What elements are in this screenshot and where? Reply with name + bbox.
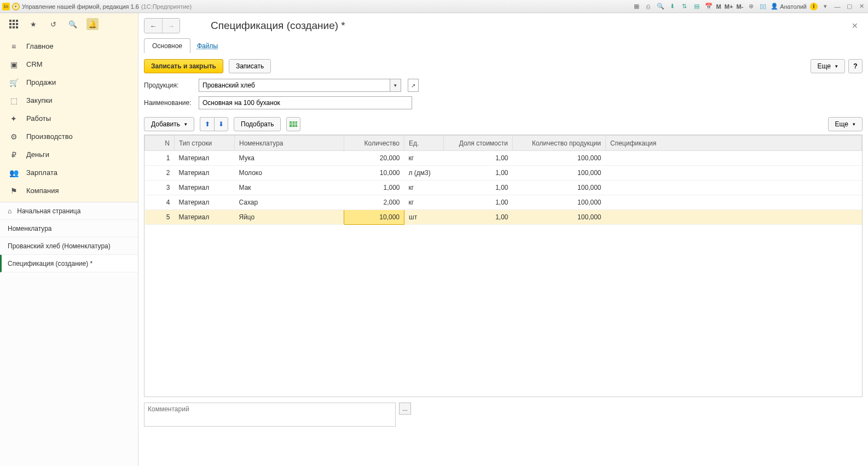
cell-type[interactable]: Материал [175, 210, 235, 225]
tab-main[interactable]: Основное [144, 38, 190, 53]
info-icon[interactable]: i [810, 3, 818, 10]
nav-forward-button[interactable]: → [162, 19, 180, 33]
bell-icon[interactable]: 🔔 [86, 18, 99, 30]
col-n[interactable]: N [145, 136, 175, 151]
cell-unit[interactable]: кг [404, 180, 444, 195]
col-nomenclature[interactable]: Номенклатура [235, 136, 344, 151]
comment-input[interactable] [144, 403, 396, 427]
col-prod-qty[interactable]: Количество продукции [513, 136, 606, 151]
sidebar-item-0[interactable]: ≡Главное [0, 37, 138, 55]
cell-pqty[interactable]: 100,000 [513, 195, 606, 210]
table-row[interactable]: 4МатериалСахар2,000кг1,00100,000 [145, 195, 862, 210]
name-input[interactable] [199, 96, 412, 109]
table-row[interactable]: 2МатериалМолоко10,000л (дм3)1,00100,000 [145, 166, 862, 180]
table-more-button[interactable]: Еще [828, 117, 863, 131]
col-spec[interactable]: Спецификация [606, 136, 862, 151]
product-open-button[interactable]: ↗ [408, 79, 419, 92]
tab-files[interactable]: Файлы [192, 39, 225, 53]
table-row[interactable]: 1МатериалМука20,000кг1,00100,000 [145, 151, 862, 166]
add-row-button[interactable]: Добавить [144, 117, 194, 131]
cell-qty[interactable]: 10,000 [344, 210, 404, 225]
open-window-0[interactable]: ⌂Начальная страница [0, 202, 138, 220]
cell-pqty[interactable]: 100,000 [513, 151, 606, 166]
sidebar-item-1[interactable]: ▣CRM [0, 55, 138, 73]
star-icon[interactable]: ★ [27, 18, 39, 30]
cell-qty[interactable]: 2,000 [344, 195, 404, 210]
history-icon[interactable]: ↺ [47, 18, 59, 30]
compare-icon[interactable]: ⇅ [680, 2, 689, 11]
cell-n[interactable]: 2 [145, 166, 175, 180]
cell-nom[interactable]: Яйцо [235, 210, 344, 225]
table-row[interactable]: 3МатериалМак1,000кг1,00100,000 [145, 180, 862, 195]
open-window-1[interactable]: Номенклатура [0, 220, 138, 237]
cell-pqty[interactable]: 100,000 [513, 210, 606, 225]
open-window-3[interactable]: Спецификация (создание) * [0, 255, 138, 272]
cell-spec[interactable] [606, 210, 862, 225]
maximize-icon[interactable]: ▢ [845, 2, 854, 11]
cell-type[interactable]: Материал [175, 195, 235, 210]
product-dropdown-button[interactable]: ▾ [390, 79, 401, 92]
cell-unit[interactable]: кг [404, 195, 444, 210]
panes-icon[interactable]: ▯▯ [759, 2, 767, 11]
help-button[interactable]: ? [848, 59, 863, 73]
cell-n[interactable]: 5 [145, 210, 175, 225]
pick-button[interactable]: Подобрать [234, 117, 281, 131]
sidebar-item-4[interactable]: ✦Работы [0, 109, 138, 127]
table-row[interactable]: 5МатериалЯйцо10,000шт1,00100,000 [145, 210, 862, 225]
cell-nom[interactable]: Молоко [235, 166, 344, 180]
table-settings-button[interactable] [286, 117, 300, 131]
cell-share[interactable]: 1,00 [444, 195, 513, 210]
nav-back-button[interactable]: ← [144, 19, 162, 33]
cell-spec[interactable] [606, 195, 862, 210]
minimize-icon[interactable]: — [833, 2, 842, 11]
link-icon[interactable]: ⬇ [668, 2, 677, 11]
cell-nom[interactable]: Мука [235, 151, 344, 166]
product-input[interactable] [199, 79, 390, 92]
sidebar-item-6[interactable]: ₽Деньги [0, 145, 138, 164]
apps-icon[interactable] [8, 18, 20, 30]
cell-share[interactable]: 1,00 [444, 180, 513, 195]
cell-n[interactable]: 1 [145, 151, 175, 166]
sidebar-item-3[interactable]: ⬚Закупки [0, 91, 138, 109]
cell-pqty[interactable]: 100,000 [513, 166, 606, 180]
cell-unit[interactable]: шт [404, 210, 444, 225]
cell-type[interactable]: Материал [175, 166, 235, 180]
cell-qty[interactable]: 1,000 [344, 180, 404, 195]
print-icon[interactable]: ⎙ [644, 2, 653, 11]
sidebar-item-7[interactable]: 👥Зарплата [0, 164, 138, 182]
cell-spec[interactable] [606, 180, 862, 195]
user-menu[interactable]: 👤 Анатолий [771, 3, 807, 10]
app-menu-dropdown[interactable]: ▾ [12, 3, 20, 10]
cell-unit[interactable]: кг [404, 151, 444, 166]
cell-n[interactable]: 4 [145, 195, 175, 210]
move-up-button[interactable]: ⬆ [200, 117, 214, 131]
move-down-button[interactable]: ⬇ [214, 117, 228, 131]
sidebar-item-5[interactable]: ⚙Производство [0, 127, 138, 145]
close-window-icon[interactable]: ✕ [857, 2, 866, 11]
comment-expand-button[interactable]: … [399, 403, 411, 415]
close-page-button[interactable]: ✕ [847, 19, 863, 32]
search-icon[interactable]: 🔍 [67, 18, 79, 30]
cell-spec[interactable] [606, 166, 862, 180]
sidebar-item-2[interactable]: 🛒Продажи [0, 73, 138, 91]
col-row-type[interactable]: Тип строки [175, 136, 235, 151]
more-button[interactable]: Еще [811, 59, 845, 73]
cell-qty[interactable]: 10,000 [344, 166, 404, 180]
cell-share[interactable]: 1,00 [444, 210, 513, 225]
open-window-2[interactable]: Прованский хлеб (Номенклатура) [0, 237, 138, 255]
cell-nom[interactable]: Мак [235, 180, 344, 195]
cell-type[interactable]: Материал [175, 180, 235, 195]
cell-unit[interactable]: л (дм3) [404, 166, 444, 180]
calendar-icon[interactable]: 📅 [704, 2, 713, 11]
zoom-icon[interactable]: ⊕ [747, 2, 755, 11]
cell-nom[interactable]: Сахар [235, 195, 344, 210]
cell-share[interactable]: 1,00 [444, 151, 513, 166]
cell-spec[interactable] [606, 151, 862, 166]
cell-qty[interactable]: 20,000 [344, 151, 404, 166]
cell-share[interactable]: 1,00 [444, 166, 513, 180]
toolbar-icon[interactable]: ▦ [632, 2, 641, 11]
dropdown-icon[interactable]: ▾ [821, 2, 830, 11]
save-button[interactable]: Записать [229, 59, 271, 73]
mem-mplus-icon[interactable]: M+ [725, 3, 733, 10]
sidebar-item-8[interactable]: ⚑Компания [0, 182, 138, 200]
